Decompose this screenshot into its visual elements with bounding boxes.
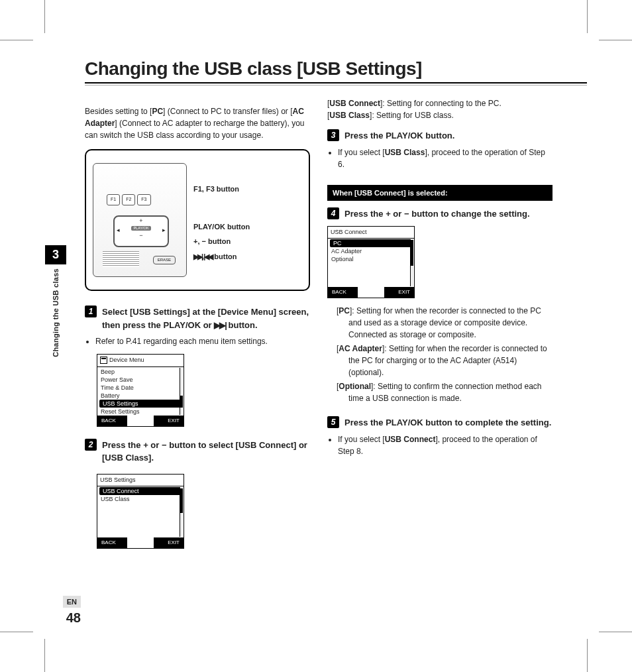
- label-seek: ▶▶|, |◀◀: [193, 252, 212, 260]
- diagram-labels: F1, F3 button PLAY/OK button +, − button…: [193, 174, 302, 266]
- lcd-device-menu: Device Menu Beep Power Save Time & Date …: [97, 354, 184, 427]
- step-4: 4 Press the + or − button to change the …: [327, 207, 553, 404]
- erase-button-icon: ERASE: [153, 256, 176, 264]
- menu-item: Battery: [97, 392, 184, 400]
- label-playok: PLAY/OK button: [193, 223, 250, 231]
- step-1-heading: Select [USB Settings] at the [Device Men…: [102, 306, 310, 331]
- step-number-icon: 4: [327, 207, 339, 219]
- menu-item-selected: USB Connect: [99, 487, 182, 495]
- page-footer: EN 48: [45, 595, 81, 626]
- step-3-bullet: If you select [USB Class], proceed to th…: [338, 146, 553, 170]
- menu-item: Power Save: [97, 376, 184, 384]
- f1-key-icon: F1: [107, 194, 120, 205]
- step-3: 3 Press the PLAY/OK button. If you selec…: [327, 129, 553, 170]
- step-2-heading: Press the + or − button to select [USB C…: [102, 439, 310, 465]
- crop-mark: [587, 0, 588, 33]
- f2-key-icon: F2: [122, 194, 135, 205]
- crop-mark: [587, 639, 588, 672]
- left-column: Besides setting to [PC] (Connect to PC t…: [85, 97, 310, 553]
- lcd-usb-connect: USB Connect PC AC Adapter Optional BACK …: [327, 226, 415, 299]
- menu-icon: [100, 357, 107, 364]
- softkey-exit: EXIT: [384, 287, 414, 298]
- chapter-number: 3: [45, 245, 66, 264]
- right-column: [USB Connect]: Setting for connecting to…: [327, 97, 553, 553]
- menu-item-selected: PC: [330, 239, 412, 247]
- menu-item: Time & Date: [97, 384, 184, 392]
- menu-item-selected: USB Settings: [99, 400, 182, 408]
- page-sheet: Changing the USB class [USB Settings] 3 …: [0, 0, 632, 672]
- step-1: 1 Select [USB Settings] at the [Device M…: [85, 306, 310, 427]
- crop-mark: [44, 639, 45, 672]
- crop-mark: [0, 632, 33, 632]
- crop-mark: [599, 40, 632, 40]
- step-3-heading: Press the PLAY/OK button.: [344, 129, 454, 142]
- step-1-bullet: Refer to P.41 regarding each menu item s…: [95, 335, 310, 347]
- softkey-exit: EXIT: [154, 416, 184, 426]
- intro-paragraph: Besides setting to [PC] (Connect to PC t…: [85, 105, 310, 141]
- device-diagram: F1 F2 F3 + PLAY/OK − ◂ ▸ ERASE: [85, 149, 310, 291]
- side-tab: 3 Changing the USB class: [45, 245, 66, 357]
- label-plusminus: +, − button: [193, 237, 231, 245]
- menu-item: Beep: [97, 368, 184, 376]
- softkey-back: BACK: [328, 287, 358, 298]
- menu-item: Optional: [328, 255, 414, 263]
- option-definitions: [PC]: Setting for when the recorder is c…: [330, 305, 553, 404]
- crop-mark: [599, 632, 632, 632]
- section-bar-usb-connect: When [USB Connect] is selected:: [327, 185, 553, 201]
- step-5-bullet: If you select [USB Connect], proceed to …: [338, 433, 553, 457]
- crop-mark: [44, 0, 45, 33]
- title-rule: [85, 82, 587, 85]
- step-number-icon: 1: [85, 306, 97, 317]
- speaker-grille-icon: [103, 251, 139, 267]
- menu-item: Reset Settings: [97, 408, 184, 416]
- label-f1f3: F1, F3 button: [193, 185, 239, 193]
- menu-item: AC Adapter: [328, 247, 414, 255]
- step-number-icon: 2: [85, 439, 97, 451]
- lcd-usb-settings: USB Settings USB Connect USB Class BACK …: [97, 474, 184, 549]
- playok-pad-icon: + PLAY/OK − ◂ ▸: [113, 215, 169, 247]
- step-5-heading: Press the PLAY/OK button to complete the…: [344, 416, 551, 429]
- device-illustration: F1 F2 F3 + PLAY/OK − ◂ ▸ ERASE: [93, 163, 187, 277]
- page-content: Changing the USB class [USB Settings] 3 …: [45, 40, 587, 632]
- step-2: 2 Press the + or − button to select [USB…: [85, 439, 310, 549]
- chapter-title-vertical: Changing the USB class: [52, 268, 60, 357]
- crop-mark: [0, 40, 33, 40]
- f3-key-icon: F3: [137, 194, 150, 205]
- softkey-back: BACK: [97, 537, 127, 548]
- softkey-back: BACK: [97, 416, 127, 426]
- step-5: 5 Press the PLAY/OK button to complete t…: [327, 416, 553, 457]
- step-4-heading: Press the + or − button to change the se…: [344, 207, 530, 221]
- menu-item: USB Class: [97, 495, 184, 503]
- step-number-icon: 5: [327, 416, 339, 428]
- softkey-exit: EXIT: [154, 537, 184, 548]
- language-badge: EN: [63, 596, 81, 608]
- page-title: Changing the USB class [USB Settings]: [85, 58, 587, 80]
- usb-class-def: [USB Class]: Setting for USB class.: [327, 109, 553, 121]
- step-number-icon: 3: [327, 129, 339, 141]
- usb-connect-def: [USB Connect]: Setting for connecting to…: [327, 97, 553, 109]
- page-number: 48: [45, 610, 81, 626]
